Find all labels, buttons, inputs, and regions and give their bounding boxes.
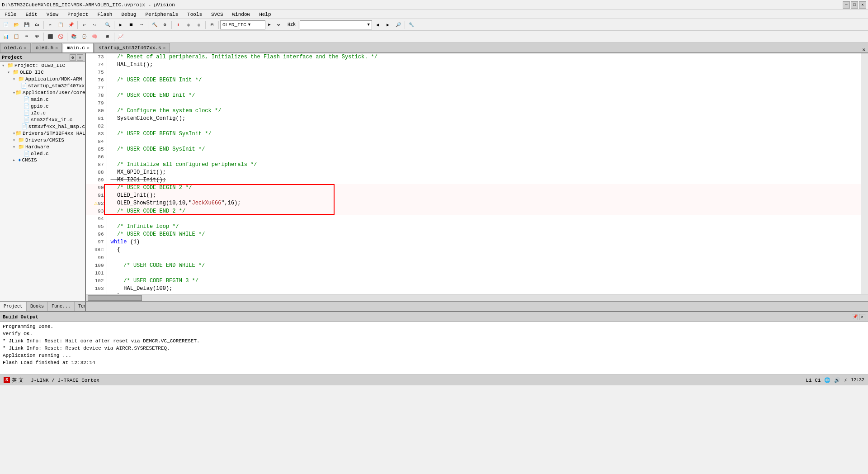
tab-close-startup_stm32f407xx-s[interactable]: ✕ <box>163 45 166 51</box>
tab-oled-c[interactable]: oled.c✕ <box>0 43 31 52</box>
menu-item-peripherals[interactable]: Peripherals <box>142 12 181 17</box>
code-scroll[interactable]: 73 /* Reset of all peripherals, Initiali… <box>86 53 861 294</box>
code-line-101 <box>107 270 861 277</box>
tree-item-stm32f4xx-hal-msp-c[interactable]: 📄stm32f4xx_hal_msp.c <box>0 123 85 130</box>
debug-button[interactable]: ▶ <box>116 20 126 30</box>
new-file-button[interactable]: 📄 <box>1 20 11 30</box>
find-button[interactable]: 🔍 <box>103 20 113 30</box>
menu-item-flash[interactable]: Flash <box>94 12 115 17</box>
inspect-button[interactable]: 🔧 <box>406 20 416 30</box>
options-button[interactable]: ⊞ <box>207 20 217 30</box>
tab-main-c[interactable]: main.c✕ <box>63 43 94 52</box>
sep14 <box>101 33 101 41</box>
search-dropdown[interactable]: ▼ <box>300 20 372 29</box>
tree-item-hardware[interactable]: ▾📁Hardware <box>0 143 85 150</box>
sep15 <box>114 33 114 41</box>
horizontal-scrollbar[interactable] <box>86 294 868 301</box>
build-output-pin[interactable]: 📌 <box>852 314 858 320</box>
minimize-button[interactable]: — <box>843 1 850 9</box>
menu-item-window[interactable]: Window <box>230 12 253 17</box>
tree-item-gpio-c[interactable]: 📄gpio.c <box>0 103 85 109</box>
tab-close-oled-h[interactable]: ✕ <box>55 45 58 51</box>
copy-button[interactable]: 📋 <box>56 20 66 30</box>
code-line-77 <box>107 84 861 92</box>
tree-item-application-mdk-arm[interactable]: ▾📁Application/MDK-ARM <box>0 76 85 82</box>
build-output-close[interactable]: ✕ <box>859 314 865 320</box>
project-panel-close[interactable]: ✕ <box>77 54 83 61</box>
proj-tab-books[interactable]: Books <box>27 302 48 311</box>
save-button[interactable]: 💾 <box>22 20 32 30</box>
tree-item-project--oled-iic[interactable]: ▾📁Project: OLED_IIC <box>0 62 85 69</box>
code-line-92: OLED_ShowString(10,10,"JeckXu666",16); <box>107 199 861 208</box>
tree-item-drivers-stm32f4xx-hal-dri---[interactable]: ▾📁Drivers/STM32F4xx_HAL_Dri... <box>0 130 85 137</box>
fold-button[interactable]: □ <box>101 248 104 252</box>
save-all-button[interactable]: 🗂 <box>32 20 42 30</box>
menu-item-debug[interactable]: Debug <box>118 12 139 17</box>
perf-button[interactable]: 📈 <box>116 32 126 42</box>
tree-item-oled-c[interactable]: 📄oled.c <box>0 150 85 157</box>
target-options-button[interactable]: ▶ <box>266 20 273 30</box>
close-button[interactable]: ✕ <box>859 1 866 9</box>
breakpoints-button[interactable]: ⬛ <box>45 32 55 42</box>
view-button[interactable]: 👁 <box>32 32 42 42</box>
tree-item-drivers-cmsis[interactable]: ▾📁Drivers/CMSIS <box>0 137 85 143</box>
proj-tab-temp[interactable]: Temp... <box>75 302 86 311</box>
project-window-button[interactable]: 📊 <box>1 32 11 42</box>
tree-item-main-c[interactable]: 📄main.c <box>0 96 85 103</box>
project-panel: Project ⚙ ✕ ▾📁Project: OLED_IIC▾📁OLED_II… <box>0 53 86 311</box>
menu-item-view[interactable]: View <box>44 12 61 17</box>
search-prev-button[interactable]: ◀ <box>373 20 382 30</box>
step-over-button[interactable]: → <box>137 20 146 30</box>
maximize-button[interactable]: □ <box>851 1 858 9</box>
target-dropdown[interactable]: OLED_IIC ▼ <box>220 20 265 29</box>
redo-button[interactable]: ↪ <box>90 20 99 30</box>
tree-item-stm32f4xx-it-c[interactable]: 📄stm32f4xx_it.c <box>0 116 85 123</box>
tab-close-main-c[interactable]: ✕ <box>87 45 90 51</box>
tree-item-oled-iic[interactable]: ▾📁OLED_IIC <box>0 69 85 76</box>
watch-button[interactable]: ⌚ <box>79 32 89 42</box>
proj-tab-func[interactable]: Func... <box>48 302 75 311</box>
tabs-close-all[interactable]: ✕ <box>859 47 868 52</box>
tree-item-startup-stm32f407xx-s[interactable]: 📄startup_stm32f407xx.s <box>0 82 85 89</box>
open-file-button[interactable]: 📂 <box>11 20 21 30</box>
tree-item-i2c-c[interactable]: 📄i2c.c <box>0 109 85 116</box>
manage-button[interactable]: ⚒ <box>274 20 283 30</box>
tab-oled-h[interactable]: oled.h✕ <box>32 43 62 52</box>
stop-button[interactable]: ⏹ <box>126 20 136 30</box>
menu-item-svcs[interactable]: SVCS <box>208 12 226 17</box>
rebuild-button[interactable]: ⚙ <box>160 20 170 30</box>
table-row: 94 <box>86 215 861 223</box>
tab-close-oled-c[interactable]: ✕ <box>24 45 27 51</box>
undo-button[interactable]: ↩ <box>79 20 89 30</box>
call-stack-button[interactable]: 📚 <box>69 32 79 42</box>
hzk-button[interactable]: Hzk <box>287 20 297 30</box>
sep7 <box>205 21 206 29</box>
proj-tab-project[interactable]: Project <box>0 302 27 311</box>
code-line-95: /* Infinite loop */ <box>107 223 861 231</box>
build-output: Build Output 📌 ✕ Programming Done.Verify… <box>0 311 868 374</box>
menu-item-file[interactable]: File <box>2 12 19 17</box>
tree-item-cmsis[interactable]: ▸♦CMSIS <box>0 157 85 163</box>
registers-button[interactable]: 📋 <box>11 32 21 42</box>
h-scrollbar-thumb[interactable] <box>88 295 142 301</box>
build-button[interactable]: 🔨 <box>150 20 160 30</box>
find-in-files-button[interactable]: 🔎 <box>393 20 403 30</box>
menu-item-project[interactable]: Project <box>65 12 91 17</box>
commands-button[interactable]: ⌨ <box>22 32 32 42</box>
menu-item-edit[interactable]: Edit <box>23 12 40 17</box>
menu-item-tools[interactable]: Tools <box>184 12 205 17</box>
memory-button[interactable]: 🧠 <box>90 32 99 42</box>
search-next-button[interactable]: ▶ <box>383 20 393 30</box>
tab-startup_stm32f407xx-s[interactable]: startup_stm32f407xx.s✕ <box>94 43 170 52</box>
statusbar-right: L1 C1 🌐 🔊 ⚡ 12:32 <box>806 377 864 383</box>
tree-item-application-user-core[interactable]: ▾📁Application/User/Core <box>0 89 85 96</box>
view-grid-button[interactable]: ⊞ <box>103 32 113 42</box>
vertical-scrollbar[interactable] <box>861 53 868 294</box>
menu-item-help[interactable]: Help <box>256 12 274 17</box>
download-button[interactable]: ⬇ <box>173 20 183 30</box>
code-line-78: /* USER CODE END Init */ <box>107 92 861 100</box>
project-panel-settings[interactable]: ⚙ <box>70 54 76 61</box>
cut-button[interactable]: ✂ <box>45 20 55 30</box>
paste-button[interactable]: 📌 <box>66 20 76 30</box>
clear-breakpoints-button[interactable]: 🚫 <box>56 32 66 42</box>
